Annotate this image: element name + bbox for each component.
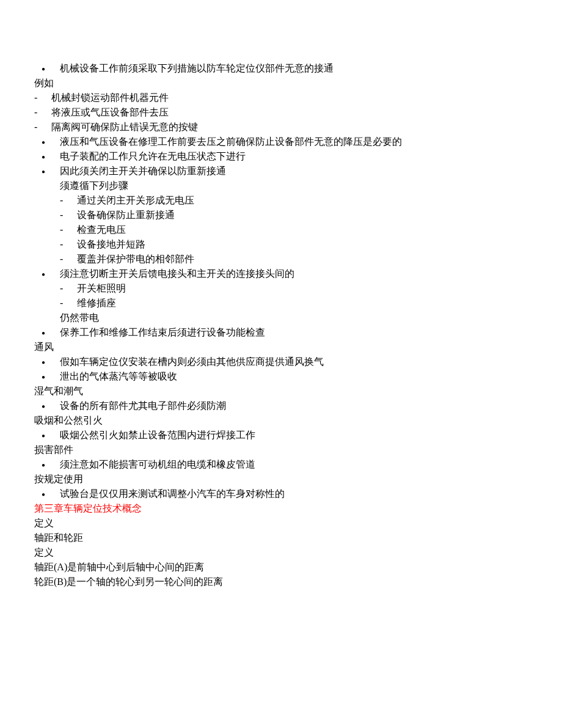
text-line-18: 保养工作和维修工作结束后须进行设备功能检查	[34, 325, 528, 340]
text-line-34: 轴距(A)是前轴中心到后轴中心间的距离	[34, 560, 528, 575]
text-line-28: 按规定使用	[34, 472, 528, 487]
text-line-22: 湿气和潮气	[34, 384, 528, 399]
text-line-23: 设备的所有部件尤其电子部件必须防潮	[34, 399, 528, 413]
text-line-15: 开关柜照明	[34, 281, 528, 296]
text-line-8: 须遵循下列步骤	[34, 178, 528, 193]
text-line-5: 液压和气压设备在修理工作前要去压之前确保防止设备部件无意的降压是必要的	[34, 134, 528, 149]
text-line-21: 泄出的气体蒸汽等等被吸收	[34, 369, 528, 384]
text-line-24: 吸烟和公然引火	[34, 413, 528, 428]
text-line-1: 例如	[34, 76, 528, 90]
text-line-11: 检查无电压	[34, 222, 528, 237]
text-line-26: 损害部件	[34, 443, 528, 457]
text-line-20: 假如车辆定位仪安装在槽内则必须由其他供应商提供通风换气	[34, 355, 528, 369]
text-line-17: 仍然带电	[34, 311, 528, 325]
text-line-25: 吸烟公然引火如禁止设备范围内进行焊接工作	[34, 428, 528, 443]
text-line-33: 定义	[34, 545, 528, 560]
text-line-19: 通风	[34, 340, 528, 355]
text-line-14: 须注意切断主开关后馈电接头和主开关的连接接头间的	[34, 267, 528, 281]
text-line-6: 电子装配的工作只允许在无电压状态下进行	[34, 149, 528, 164]
text-line-0: 机械设备工作前须采取下列措施以防车轮定位仪部件无意的接通	[34, 61, 528, 76]
text-line-32: 轴距和轮距	[34, 531, 528, 545]
text-line-2: 机械封锁运动部件机器元件	[34, 90, 528, 105]
text-line-4: 隔离阀可确保防止错误无意的按键	[34, 120, 528, 134]
text-line-7: 因此须关闭主开关并确保以防重新接通	[34, 164, 528, 178]
text-line-16: 维修插座	[34, 296, 528, 311]
text-line-13: 覆盖并保护带电的相邻部件	[34, 252, 528, 267]
document-content: 机械设备工作前须采取下列措施以防车轮定位仪部件无意的接通例如机械封锁运动部件机器…	[34, 61, 528, 589]
text-line-35: 轮距(B)是一个轴的轮心到另一轮心间的距离	[34, 575, 528, 589]
text-line-30: 第三章车辆定位技术概念	[34, 501, 528, 516]
text-line-31: 定义	[34, 516, 528, 531]
text-line-29: 试验台是仅仅用来测试和调整小汽车的车身对称性的	[34, 487, 528, 501]
text-line-3: 将液压或气压设备部件去压	[34, 105, 528, 120]
text-line-12: 设备接地并短路	[34, 237, 528, 252]
text-line-27: 须注意如不能损害可动机组的电缆和橡皮管道	[34, 457, 528, 472]
text-line-10: 设备确保防止重新接通	[34, 208, 528, 222]
text-line-9: 通过关闭主开关形成无电压	[34, 193, 528, 208]
